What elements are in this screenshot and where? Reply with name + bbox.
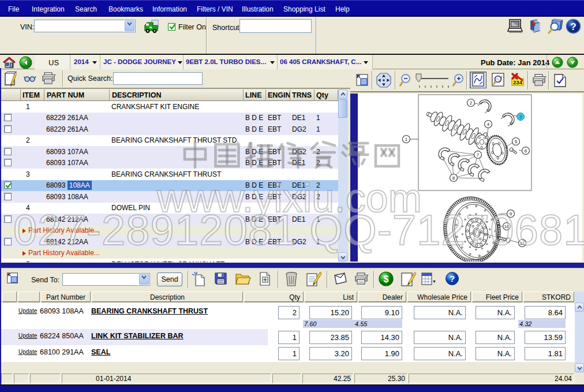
svg-text:3: 3 — [519, 114, 522, 120]
svg-text:8: 8 — [452, 176, 455, 181]
svg-text:6: 6 — [525, 148, 527, 154]
svg-text:10: 10 — [504, 224, 510, 229]
svg-text:5: 5 — [515, 139, 518, 144]
svg-text:4: 4 — [487, 122, 490, 127]
svg-text:7: 7 — [477, 152, 480, 158]
svg-text:$: $ — [384, 274, 389, 284]
svg-text:11: 11 — [520, 241, 525, 246]
svg-text:?: ? — [450, 274, 455, 283]
svg-text:9: 9 — [510, 211, 512, 216]
svg-text:2: 2 — [470, 100, 473, 106]
svg-text:?: ? — [570, 21, 576, 32]
svg-text:1: 1 — [405, 137, 408, 142]
